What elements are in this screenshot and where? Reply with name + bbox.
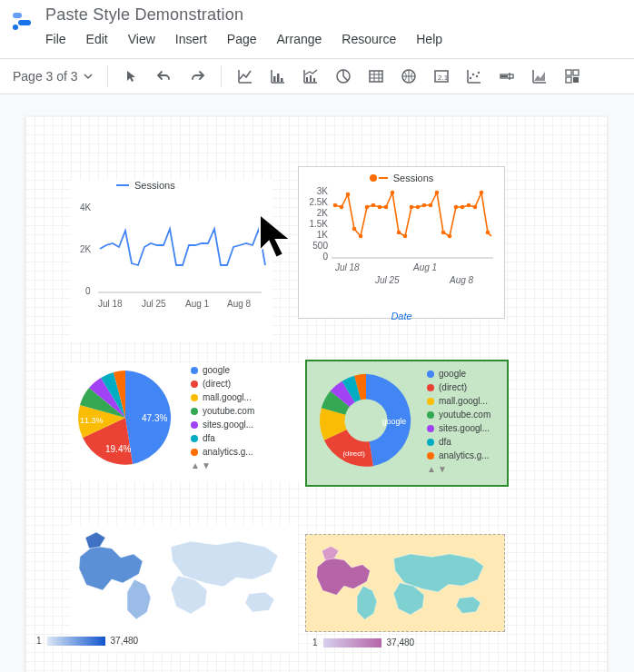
toolbar-separator — [107, 65, 108, 87]
svg-text:Aug 1: Aug 1 — [412, 262, 437, 272]
svg-text:Jul 25: Jul 25 — [374, 275, 400, 285]
svg-point-43 — [397, 231, 401, 235]
svg-point-37 — [359, 234, 363, 239]
menu-view[interactable]: View — [128, 32, 155, 46]
table-chart-button[interactable] — [362, 62, 391, 91]
report-page[interactable]: Sessions 4K 2K 0 Jul 18 Jul 25 Aug 1 Aug… — [25, 116, 607, 672]
legend-label: Sessions — [393, 173, 434, 183]
menu-page[interactable]: Page — [227, 32, 257, 46]
pagination-icons[interactable]: ▲▼ — [191, 459, 254, 472]
toolbar-separator — [221, 65, 222, 87]
area-chart-button[interactable] — [525, 62, 554, 91]
menu-file[interactable]: File — [45, 32, 66, 46]
svg-point-51 — [448, 234, 452, 239]
svg-point-36 — [352, 227, 357, 232]
svg-text:47.3%: 47.3% — [142, 413, 167, 423]
pie-legend: google (direct) mall.googl... youtube.co… — [427, 367, 490, 479]
chart-line-2[interactable]: Sessions 3K 2.5K 2K 1.5K 1K 500 0 — [298, 166, 505, 319]
svg-point-16 — [475, 75, 477, 77]
svg-point-34 — [340, 205, 344, 210]
chart-geo-2[interactable] — [305, 534, 505, 632]
menu-insert[interactable]: Insert — [175, 32, 207, 46]
pivot-table-button[interactable] — [558, 62, 587, 91]
chart-geo-1[interactable] — [71, 525, 298, 652]
svg-point-42 — [391, 191, 395, 195]
app-logo — [0, 5, 45, 33]
svg-rect-2 — [13, 25, 18, 30]
svg-rect-7 — [310, 75, 312, 82]
svg-text:(direct): (direct) — [342, 450, 365, 458]
chart-line-1[interactable]: Sessions 4K 2K 0 Jul 18 Jul 25 Aug 1 Aug… — [71, 180, 272, 341]
pie-chart-button[interactable] — [329, 62, 358, 91]
svg-point-56 — [480, 191, 484, 195]
svg-text:2.1: 2.1 — [438, 74, 449, 82]
pie-legend: google (direct) mall.googl... youtube.co… — [191, 363, 254, 481]
chevron-down-icon — [84, 72, 93, 81]
svg-rect-6 — [306, 77, 308, 82]
svg-point-45 — [410, 205, 414, 210]
y-tick: 0 — [85, 286, 91, 296]
canvas[interactable]: Sessions 4K 2K 0 Jul 18 Jul 25 Aug 1 Aug… — [0, 94, 634, 672]
svg-point-47 — [422, 203, 427, 208]
svg-text:1.5K: 1.5K — [309, 219, 328, 229]
svg-text:19.4%: 19.4% — [105, 444, 131, 454]
svg-point-33 — [333, 203, 338, 208]
undo-button[interactable] — [150, 62, 179, 91]
x-tick: Jul 18 — [98, 299, 123, 309]
menu-edit[interactable]: Edit — [86, 32, 108, 46]
svg-point-44 — [403, 234, 408, 239]
toolbar: Page 3 of 3 2.1 — [0, 58, 634, 94]
svg-point-55 — [473, 205, 478, 210]
svg-point-41 — [384, 205, 389, 210]
menu-resource[interactable]: Resource — [342, 32, 396, 46]
y-axis: 3K 2.5K 2K 1.5K 1K 500 0 — [309, 186, 328, 262]
svg-rect-22 — [566, 77, 571, 83]
svg-text:500: 500 — [312, 241, 328, 251]
chart-pie-2[interactable]: google (direct) google (direct) mall.goo… — [305, 360, 509, 487]
svg-point-52 — [454, 205, 459, 210]
svg-rect-21 — [573, 70, 579, 75]
svg-point-57 — [486, 231, 490, 235]
svg-text:Aug 8: Aug 8 — [449, 275, 474, 285]
menu-help[interactable]: Help — [416, 32, 442, 46]
document-title[interactable]: Paste Style Demonstration — [45, 5, 634, 25]
svg-text:1K: 1K — [317, 230, 329, 240]
svg-rect-10 — [370, 71, 382, 82]
svg-point-46 — [416, 205, 421, 210]
legend-swatch — [116, 184, 129, 186]
x-tick: Jul 25 — [142, 299, 166, 309]
svg-rect-20 — [566, 70, 571, 75]
x-tick: Aug 8 — [227, 299, 252, 309]
svg-point-54 — [467, 203, 471, 208]
menu-bar: File Edit View Insert Page Arrange Resou… — [45, 32, 634, 46]
svg-point-14 — [469, 77, 471, 79]
svg-point-17 — [477, 72, 479, 74]
svg-rect-19 — [500, 75, 508, 77]
legend-swatch — [370, 174, 377, 182]
svg-point-35 — [346, 193, 351, 197]
svg-point-38 — [365, 205, 370, 210]
svg-rect-4 — [277, 74, 280, 82]
pagination-icons[interactable]: ▲▼ — [427, 462, 490, 476]
bar-chart-button[interactable] — [263, 62, 292, 91]
combo-chart-button[interactable] — [296, 62, 325, 91]
select-tool-button[interactable] — [117, 62, 146, 91]
page-selector[interactable]: Page 3 of 3 — [7, 65, 98, 87]
svg-rect-23 — [573, 77, 579, 83]
svg-point-15 — [471, 74, 473, 75]
redo-button[interactable] — [183, 62, 212, 91]
scorecard-button[interactable]: 2.1 — [427, 62, 456, 91]
svg-rect-0 — [13, 13, 22, 18]
menu-arrange[interactable]: Arrange — [277, 32, 322, 46]
bullet-chart-button[interactable] — [492, 62, 521, 91]
x-axis-label: Date — [391, 311, 411, 321]
svg-text:Jul 18: Jul 18 — [334, 262, 360, 272]
svg-rect-5 — [281, 78, 283, 82]
line-chart-button[interactable] — [231, 62, 260, 91]
chart-pie-1[interactable]: 47.3% 19.4% 11.3% google (direct) mall.g… — [71, 363, 305, 481]
geo-chart-button[interactable] — [394, 62, 423, 91]
svg-point-53 — [461, 205, 465, 210]
svg-rect-1 — [18, 20, 31, 25]
scatter-chart-button[interactable] — [460, 62, 489, 91]
svg-text:2.5K: 2.5K — [309, 197, 328, 207]
